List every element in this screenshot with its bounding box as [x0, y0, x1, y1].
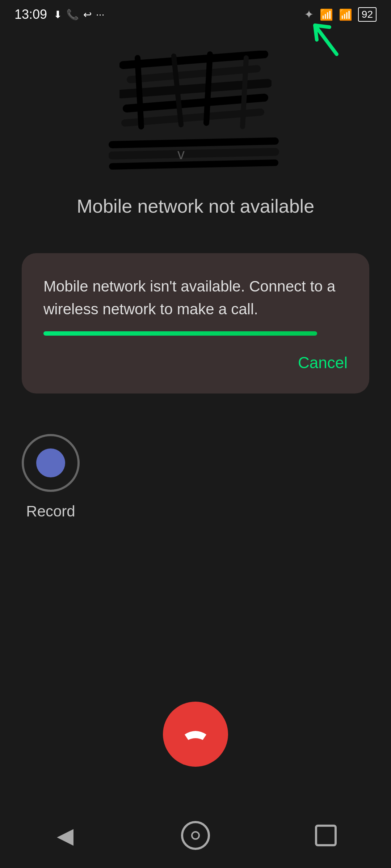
svg-line-10: [112, 152, 275, 156]
home-icon: [181, 821, 210, 850]
dialog-message-text: Mobile network isn't available. Connect …: [43, 275, 348, 320]
svg-line-1: [130, 69, 257, 80]
call-forward-icon: ↩: [83, 9, 92, 21]
svg-line-9: [112, 141, 275, 145]
cancel-button[interactable]: Cancel: [298, 350, 348, 375]
green-arrow-annotation: [308, 18, 344, 61]
back-icon: ◀: [57, 823, 73, 848]
green-underline-annotation: [43, 331, 317, 336]
svg-line-8: [243, 58, 246, 127]
end-call-icon: [181, 716, 210, 752]
svg-line-0: [123, 54, 264, 65]
record-label: Record: [26, 503, 75, 520]
more-icon: ···: [96, 9, 104, 20]
recents-button[interactable]: [308, 817, 344, 854]
record-button[interactable]: [22, 434, 80, 492]
back-button[interactable]: ◀: [47, 817, 83, 854]
end-call-button[interactable]: [163, 702, 228, 767]
dialog-actions[interactable]: Cancel: [43, 350, 348, 375]
svg-text:v: v: [177, 146, 185, 162]
record-section: Record: [22, 434, 80, 520]
status-time-area: 13:09 ⬇ 📞 ↩ ···: [14, 7, 104, 22]
battery-display: 92: [358, 7, 377, 22]
record-inner-dot: [36, 448, 65, 477]
svg-line-11: [112, 163, 275, 166]
redacted-number-block: v: [109, 137, 282, 174]
redacted-name-block: [119, 51, 272, 130]
home-button[interactable]: [177, 817, 214, 854]
home-icon-inner: [191, 831, 200, 840]
notification-icons: ⬇ 📞 ↩ ···: [54, 9, 104, 21]
svg-line-5: [138, 58, 141, 127]
svg-line-4: [125, 112, 261, 123]
network-dialog: Mobile network isn't available. Connect …: [22, 253, 369, 393]
recents-icon: [315, 825, 337, 846]
network-status-text: Mobile network not available: [0, 195, 391, 217]
bottom-nav: ◀: [0, 810, 391, 868]
download-icon: ⬇: [54, 9, 62, 21]
svg-line-7: [206, 54, 210, 123]
time-display: 13:09: [14, 7, 47, 22]
phone-icon: 📞: [66, 9, 79, 21]
svg-line-6: [174, 56, 181, 125]
